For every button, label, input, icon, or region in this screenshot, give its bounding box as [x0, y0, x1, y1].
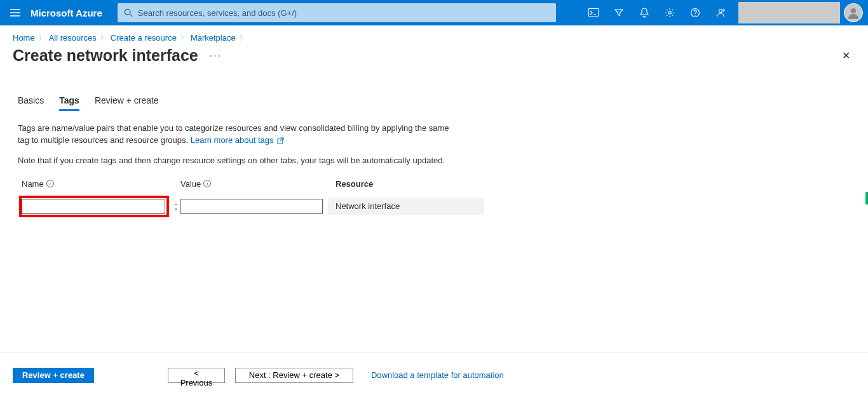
account-box[interactable] — [738, 2, 840, 24]
top-bar: Microsoft Azure — [0, 0, 868, 25]
svg-point-7 — [851, 8, 856, 13]
tag-row: : Network interface — [22, 198, 868, 215]
next-button[interactable]: Next : Review + create > — [235, 368, 353, 383]
tag-name-input[interactable] — [22, 199, 165, 214]
chevron-right-icon: 〉 — [240, 34, 246, 43]
menu-icon[interactable] — [0, 0, 31, 25]
search-input[interactable] — [138, 8, 550, 18]
external-link-icon — [277, 137, 284, 144]
page-title: Create network interface — [13, 46, 198, 65]
notifications-icon[interactable] — [632, 0, 657, 25]
svg-point-3 — [668, 11, 671, 14]
tag-resource-cell: Network interface — [328, 198, 484, 215]
chevron-right-icon: 〉 — [100, 34, 107, 43]
tab-tags[interactable]: Tags — [59, 95, 79, 111]
svg-point-5 — [695, 15, 695, 15]
directory-filter-icon[interactable] — [606, 0, 632, 25]
download-template-link[interactable]: Download a template for automation — [371, 370, 504, 380]
crumb-all-resources[interactable]: All resources — [49, 33, 97, 43]
close-icon[interactable]: ✕ — [842, 50, 850, 62]
header-name: Name i — [22, 179, 169, 189]
cloud-shell-icon[interactable] — [581, 0, 606, 25]
chevron-right-icon: 〉 — [180, 34, 187, 43]
tags-table: Name i Value i Resource : Network interf… — [22, 179, 868, 215]
info-icon[interactable]: i — [46, 180, 54, 187]
search-icon — [124, 8, 133, 17]
search-box[interactable] — [118, 3, 556, 22]
learn-more-link[interactable]: Learn more about tags — [191, 135, 284, 145]
title-row: Create network interface ··· ✕ — [0, 43, 868, 65]
header-resource: Resource — [336, 179, 485, 189]
crumb-home[interactable]: Home — [13, 33, 35, 43]
svg-point-6 — [719, 10, 722, 13]
svg-line-1 — [130, 14, 132, 17]
tags-header-row: Name i Value i Resource — [22, 179, 868, 189]
help-icon[interactable] — [682, 0, 708, 25]
crumb-create-resource[interactable]: Create a resource — [111, 33, 177, 43]
colon-separator: : — [172, 201, 180, 212]
tags-description: Tags are name/value pairs that enable yo… — [0, 111, 470, 147]
info-icon[interactable]: i — [203, 180, 211, 187]
top-icons — [581, 0, 868, 25]
tags-note: Note that if you create tags and then ch… — [0, 147, 508, 165]
svg-rect-2 — [589, 9, 599, 17]
breadcrumb: Home 〉 All resources 〉 Create a resource… — [0, 25, 868, 43]
tag-value-input[interactable] — [180, 199, 323, 214]
previous-button[interactable]: < Previous — [168, 368, 225, 383]
review-create-button[interactable]: Review + create — [13, 368, 94, 383]
footer: Review + create < Previous Next : Review… — [0, 353, 868, 397]
brand-label[interactable]: Microsoft Azure — [31, 8, 118, 18]
tab-basics[interactable]: Basics — [18, 95, 44, 111]
crumb-marketplace[interactable]: Marketplace — [191, 33, 236, 43]
search-wrap — [118, 3, 556, 22]
feedback-icon[interactable] — [708, 0, 733, 25]
more-icon[interactable]: ··· — [210, 50, 222, 62]
side-tab-indicator[interactable] — [865, 192, 868, 205]
avatar[interactable] — [844, 3, 863, 22]
header-value: Value i — [180, 179, 324, 189]
tab-review-create[interactable]: Review + create — [95, 95, 159, 111]
settings-icon[interactable] — [657, 0, 682, 25]
chevron-right-icon: 〉 — [39, 34, 45, 43]
tabs: Basics Tags Review + create — [0, 65, 868, 111]
svg-point-0 — [125, 9, 130, 15]
